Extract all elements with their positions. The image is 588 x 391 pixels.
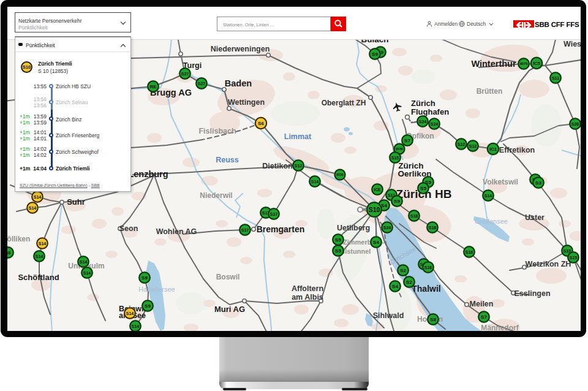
svg-text:S18: S18: [410, 214, 418, 218]
svg-text:S7: S7: [481, 314, 487, 320]
svg-text:IC5: IC5: [533, 61, 540, 66]
svg-text:S7: S7: [404, 138, 410, 143]
svg-text:S4: S4: [392, 284, 398, 289]
svg-text:S27: S27: [181, 72, 189, 76]
svg-text:S6: S6: [258, 121, 264, 126]
svg-text:Winterthur: Winterthur: [471, 59, 516, 69]
svg-text:Muri AG: Muri AG: [214, 305, 245, 314]
svg-text:Wohlen AG: Wohlen AG: [156, 227, 197, 236]
svg-text:S16: S16: [424, 265, 432, 270]
svg-text:S14: S14: [80, 260, 88, 264]
svg-text:S12: S12: [295, 164, 303, 168]
svg-text:S27: S27: [198, 82, 206, 86]
svg-text:S12: S12: [458, 142, 466, 146]
svg-text:Flughafen: Flughafen: [411, 107, 449, 116]
svg-text:Thalwil: Thalwil: [412, 284, 440, 294]
svg-text:Suhr: Suhr: [67, 197, 85, 207]
svg-text:S4: S4: [373, 240, 379, 245]
svg-text:Reuss: Reuss: [216, 156, 239, 164]
svg-text:S24: S24: [419, 120, 427, 124]
svg-text:S18: S18: [429, 226, 437, 230]
svg-text:Wetzikon ZH: Wetzikon ZH: [526, 260, 571, 268]
svg-text:S24: S24: [383, 226, 391, 230]
svg-text:IC1: IC1: [489, 146, 497, 152]
svg-text:S3: S3: [535, 180, 541, 186]
svg-text:S8: S8: [7, 251, 10, 255]
svg-text:S18: S18: [466, 250, 473, 254]
svg-text:Esslingen: Esslingen: [514, 289, 550, 298]
svg-text:S11: S11: [552, 76, 559, 80]
svg-text:S14: S14: [132, 324, 140, 328]
svg-text:S14: S14: [39, 241, 47, 246]
svg-text:ICE: ICE: [374, 188, 382, 192]
svg-text:S14: S14: [126, 311, 134, 316]
svg-text:S2: S2: [400, 268, 406, 273]
svg-text:S14: S14: [29, 206, 37, 210]
svg-text:S24: S24: [431, 122, 439, 126]
svg-text:Kölliken: Kölliken: [7, 235, 30, 243]
svg-text:S8: S8: [430, 317, 436, 322]
svg-text:Sihlwald: Sihlwald: [373, 311, 404, 320]
svg-text:S9: S9: [394, 199, 400, 204]
svg-text:Uetliberg: Uetliberg: [337, 224, 370, 232]
svg-text:Wies: Wies: [564, 40, 581, 48]
svg-text:S15: S15: [391, 156, 399, 160]
svg-text:Fislisbach: Fislisbach: [198, 127, 236, 135]
svg-text:Dietikon: Dietikon: [262, 162, 292, 170]
svg-text:Effretikon: Effretikon: [499, 146, 535, 154]
svg-text:Niederweningen: Niederweningen: [211, 45, 270, 53]
svg-text:S2: S2: [406, 279, 412, 285]
svg-text:Uster: Uster: [525, 213, 545, 222]
svg-text:Meilen: Meilen: [470, 300, 494, 308]
svg-text:S9: S9: [372, 51, 378, 57]
svg-text:S14: S14: [484, 194, 492, 198]
svg-text:S5: S5: [335, 248, 341, 254]
svg-text:Seon: Seon: [119, 224, 138, 233]
svg-text:Bremgarten: Bremgarten: [257, 224, 305, 234]
svg-text:S14: S14: [311, 180, 319, 184]
svg-text:Volketswil: Volketswil: [483, 178, 518, 186]
svg-text:S26: S26: [571, 122, 579, 126]
svg-text:S17: S17: [270, 212, 278, 216]
svg-text:S9: S9: [145, 303, 151, 309]
svg-text:S14: S14: [34, 195, 42, 199]
svg-text:S15: S15: [570, 256, 578, 260]
svg-text:IR35: IR35: [336, 173, 344, 177]
svg-text:S14: S14: [83, 271, 91, 275]
svg-text:Affoltern: Affoltern: [292, 284, 323, 293]
svg-text:S14: S14: [36, 254, 43, 259]
svg-text:S10: S10: [369, 206, 380, 213]
svg-text:Lenzburg: Lenzburg: [128, 169, 168, 179]
svg-text:IR36: IR36: [396, 147, 403, 151]
svg-text:IR75: IR75: [520, 62, 528, 66]
svg-text:am Albis: am Albis: [292, 293, 323, 302]
svg-text:S12: S12: [469, 144, 477, 148]
svg-text:Männedorf: Männedorf: [481, 324, 519, 331]
svg-text:Bülach: Bülach: [361, 40, 388, 44]
svg-text:Schöftland: Schöftland: [18, 273, 59, 282]
svg-text:S9: S9: [141, 275, 148, 281]
svg-text:Oberglatt ZH: Oberglatt ZH: [322, 99, 366, 107]
svg-text:S5: S5: [335, 237, 341, 243]
svg-text:Wettingen: Wettingen: [228, 98, 265, 107]
svg-text:Niederwil: Niederwil: [200, 191, 232, 200]
svg-text:Hallwilersee: Hallwilersee: [138, 286, 175, 293]
svg-text:Baden: Baden: [225, 78, 252, 88]
svg-text:S17: S17: [241, 228, 249, 232]
svg-text:Zürich: Zürich: [411, 99, 435, 108]
svg-text:Limmat: Limmat: [284, 132, 312, 141]
svg-text:Brütten: Brütten: [477, 87, 503, 96]
svg-text:RE: RE: [149, 84, 157, 89]
svg-text:Boswil: Boswil: [216, 273, 240, 281]
svg-text:S5: S5: [420, 186, 426, 191]
svg-text:Greifensee: Greifensee: [475, 218, 508, 225]
